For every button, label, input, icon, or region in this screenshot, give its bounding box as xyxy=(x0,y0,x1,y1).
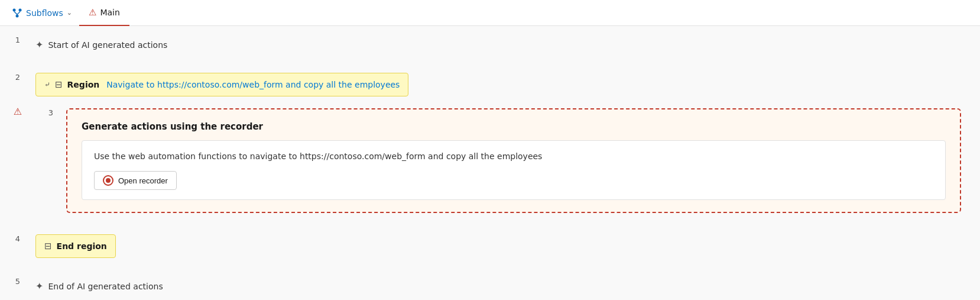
row-number-1: 1 xyxy=(0,26,35,44)
region-label: Region xyxy=(67,80,100,89)
chevron-down-icon: ⌄ xyxy=(67,9,72,17)
flow-canvas: 1 ✦ Start of AI generated actions 2 ⤶ ⊟ … xyxy=(0,26,980,300)
end-ai-label: End of AI generated actions xyxy=(48,282,163,291)
row-content-1: ✦ Start of AI generated actions xyxy=(35,26,980,63)
subflows-label: Subflows xyxy=(26,8,63,18)
row-content-3: 3 Generate actions using the recorder Us… xyxy=(35,106,980,225)
recorder-record-icon xyxy=(103,175,113,186)
main-tab[interactable]: ⚠ Main xyxy=(79,0,129,26)
end-region-block[interactable]: ⊟ End region xyxy=(35,234,116,258)
flow-row-1: 1 ✦ Start of AI generated actions xyxy=(0,26,980,63)
generate-actions-title: Generate actions using the recorder xyxy=(82,121,946,132)
end-region-icon: ⊟ xyxy=(44,241,52,251)
end-ai-actions: ✦ End of AI generated actions xyxy=(35,272,971,300)
svg-point-2 xyxy=(16,14,19,17)
row-content-4: ⊟ End region xyxy=(35,225,980,267)
flow-row-5: 5 ✦ End of AI generated actions xyxy=(0,267,980,300)
region-description-link[interactable]: Navigate to https://contoso.com/web_form… xyxy=(106,80,400,89)
generate-actions-container: Generate actions using the recorder Use … xyxy=(66,108,961,213)
flow-row-3: ⚠ 3 Generate actions using the recorder … xyxy=(0,106,980,225)
row-number-4: 4 xyxy=(0,225,35,243)
row-number-3: ⚠ xyxy=(0,106,35,117)
end-region-label: End region xyxy=(57,241,107,251)
row-content-2: ⤶ ⊟ Region Navigate to https://contoso.c… xyxy=(35,63,980,106)
svg-line-4 xyxy=(17,11,20,14)
svg-point-1 xyxy=(19,8,22,11)
row-3-num-display: 3 xyxy=(35,106,66,117)
top-bar: Subflows ⌄ ⚠ Main xyxy=(0,0,980,26)
open-recorder-label: Open recorder xyxy=(118,176,168,185)
flow-row-4: 4 ⊟ End region xyxy=(0,225,980,267)
ai-star-icon: ✦ xyxy=(35,39,43,50)
subflows-icon xyxy=(12,8,22,18)
tab-warning-icon: ⚠ xyxy=(89,7,96,18)
svg-line-3 xyxy=(14,11,17,14)
tab-main-label: Main xyxy=(100,8,119,17)
row-content-5: ✦ End of AI generated actions xyxy=(35,267,980,300)
dashed-area: Generate actions using the recorder Use … xyxy=(66,106,971,218)
start-ai-actions: ✦ Start of AI generated actions xyxy=(35,31,971,59)
flow-row-2: 2 ⤶ ⊟ Region Navigate to https://contoso… xyxy=(0,63,980,106)
start-ai-label: Start of AI generated actions xyxy=(48,40,167,50)
row-number-5: 5 xyxy=(0,267,35,286)
recorder-instruction-box: Use the web automation functions to navi… xyxy=(82,140,946,200)
subflows-button[interactable]: Subflows ⌄ xyxy=(5,0,79,25)
svg-point-0 xyxy=(13,8,16,11)
ai-star-icon-end: ✦ xyxy=(35,280,43,292)
region-collapse-icon: ⤶ xyxy=(44,80,50,89)
recorder-instruction-text: Use the web automation functions to navi… xyxy=(94,150,933,163)
region-block-icon: ⊟ xyxy=(55,79,63,90)
region-header[interactable]: ⤶ ⊟ Region Navigate to https://contoso.c… xyxy=(35,73,408,96)
row-number-2: 2 xyxy=(0,63,35,82)
warning-icon: ⚠ xyxy=(14,106,22,117)
open-recorder-button[interactable]: Open recorder xyxy=(94,171,177,190)
